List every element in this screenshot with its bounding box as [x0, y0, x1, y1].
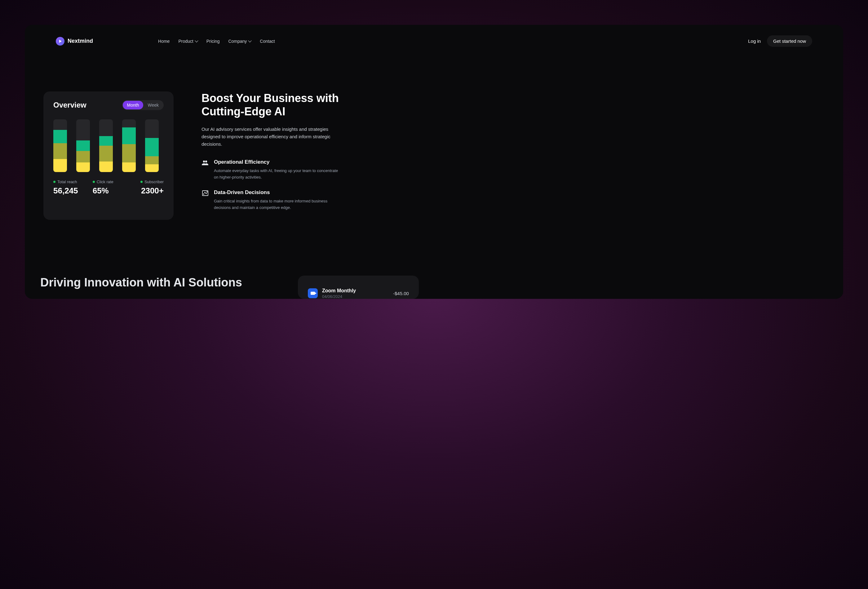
svg-point-1 [205, 161, 207, 162]
feature-title: Operational Efficiency [214, 159, 341, 165]
svg-point-0 [203, 161, 205, 162]
section2-headline: Driving Innovation with AI Solutions [40, 276, 242, 299]
svg-point-4 [205, 192, 205, 193]
bar-segment [122, 162, 136, 172]
bar-column [99, 120, 113, 172]
status-dot-icon [53, 181, 56, 183]
stat-total-reach: Total reach 56,245 [53, 180, 85, 196]
feature-title: Data-Driven Decisions [214, 189, 341, 196]
svg-point-5 [206, 193, 207, 194]
bar-segment [145, 164, 159, 172]
chart-icon [202, 189, 209, 197]
header: Nextmind Home Product Pricing Company Co… [37, 31, 831, 51]
header-actions: Log in Get started now [748, 35, 812, 47]
brand-logo-icon [56, 37, 65, 46]
transaction-amount: -$45.00 [393, 291, 409, 296]
hero-subhead: Our AI advisory services offer valuable … [202, 125, 341, 148]
toggle-week[interactable]: Week [143, 101, 163, 109]
people-icon [202, 159, 209, 167]
bar-segment [53, 159, 67, 172]
nav-product[interactable]: Product [178, 39, 198, 44]
bar-segment [53, 143, 67, 159]
transaction-date: 04/06/2024 [322, 294, 389, 299]
nav-home[interactable]: Home [158, 39, 170, 44]
chevron-down-icon [195, 39, 198, 42]
bar-column [76, 120, 90, 172]
bar-chart [53, 120, 164, 172]
bar-segment [122, 144, 136, 163]
toggle-month[interactable]: Month [123, 101, 143, 109]
bar-column [145, 120, 159, 172]
hero-headline: Boost Your Business with Cutting-Edge AI [202, 92, 341, 118]
overview-card: Overview Month Week Total reach 56,245 C… [43, 92, 174, 220]
stat-click-rate: Click rate 65% [93, 180, 125, 196]
bar-column [53, 120, 67, 172]
transaction-name: Zoom Monthly [322, 288, 389, 294]
hero-section: Overview Month Week Total reach 56,245 C… [37, 51, 831, 220]
nav-pricing[interactable]: Pricing [207, 39, 220, 44]
svg-point-6 [207, 192, 207, 192]
get-started-button[interactable]: Get started now [767, 35, 812, 47]
status-dot-icon [93, 181, 95, 183]
feature-operational-efficiency: Operational Efficiency Automate everyday… [202, 159, 341, 181]
period-toggle: Month Week [122, 100, 164, 110]
bar-segment [76, 151, 90, 162]
stat-subscriber: Subscriber 2300+ [132, 180, 164, 196]
app-window: Nextmind Home Product Pricing Company Co… [25, 25, 843, 299]
overview-title: Overview [53, 101, 87, 109]
feature-data-driven: Data-Driven Decisions Gain critical insi… [202, 189, 341, 211]
feature-desc: Gain critical insights from data to make… [214, 198, 341, 211]
zoom-icon [308, 288, 318, 298]
bar-segment [76, 140, 90, 151]
status-dot-icon [140, 181, 143, 183]
bar-segment [76, 162, 90, 172]
bar-column [122, 120, 136, 172]
brand-name: Nextmind [68, 38, 93, 44]
hero-copy: Boost Your Business with Cutting-Edge AI… [202, 92, 341, 220]
bar-segment [53, 130, 67, 143]
svg-point-3 [203, 194, 204, 194]
play-icon [59, 40, 62, 43]
bar-segment [99, 161, 113, 172]
overview-header: Overview Month Week [53, 100, 164, 110]
transaction-row: Zoom Monthly 04/06/2024 -$45.00 [308, 288, 409, 299]
chevron-down-icon [248, 39, 252, 42]
bar-segment [145, 156, 159, 164]
bar-segment [99, 146, 113, 161]
bar-segment [145, 138, 159, 156]
feature-desc: Automate everyday tasks with AI, freeing… [214, 168, 341, 181]
login-link[interactable]: Log in [748, 38, 761, 44]
stats-row: Total reach 56,245 Click rate 65% Subscr… [53, 180, 164, 196]
nav-company[interactable]: Company [228, 39, 251, 44]
bar-segment [99, 136, 113, 146]
bar-segment [122, 127, 136, 144]
nav-contact[interactable]: Contact [260, 39, 275, 44]
section-innovation: Driving Innovation with AI Solutions Zoo… [37, 220, 831, 299]
nav: Home Product Pricing Company Contact [158, 39, 275, 44]
brand: Nextmind [56, 37, 93, 46]
transaction-card: Zoom Monthly 04/06/2024 -$45.00 [298, 276, 419, 299]
